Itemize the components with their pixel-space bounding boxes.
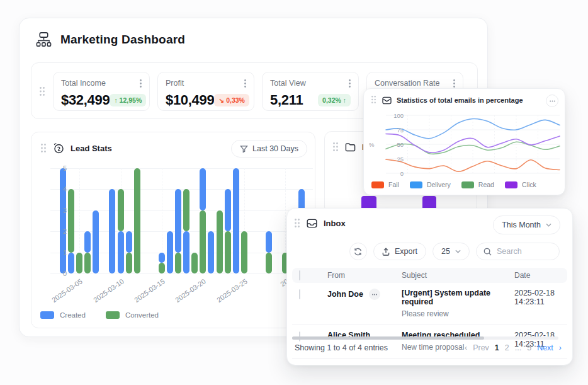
- converted-swatch: [106, 311, 120, 319]
- bar-segment: [134, 168, 140, 273]
- stat-value: $10,499: [166, 92, 214, 108]
- export-button[interactable]: Export: [373, 243, 426, 260]
- inbox-toolbar: Export 25: [349, 243, 560, 260]
- email-stats-panel: Statistics of total emails in percentage…: [363, 88, 565, 195]
- trend-badge: ↑ 12,95%: [110, 94, 146, 106]
- sitemap-icon: [35, 31, 52, 48]
- refresh-button[interactable]: [349, 243, 367, 260]
- horizontal-scrollbar[interactable]: [292, 336, 558, 340]
- lead-stats-chart: [50, 168, 313, 273]
- prev-button[interactable]: Prev: [473, 343, 489, 352]
- stat-title: Profit: [166, 79, 184, 88]
- x-axis-label: 2025-03-25: [208, 277, 248, 309]
- click-swatch: [505, 181, 517, 188]
- page-size-dropdown[interactable]: 25: [433, 243, 470, 260]
- search-input[interactable]: [497, 247, 553, 256]
- fail-swatch: [371, 181, 384, 188]
- bar-segment: [68, 253, 74, 273]
- bar-segment: [175, 253, 181, 273]
- upload-icon: [382, 248, 390, 256]
- bar-segment: [225, 189, 231, 231]
- stat-card-total-income: Total Income $32,499 ↑ 12,95%: [53, 72, 150, 111]
- bar-segment: [241, 231, 247, 273]
- row-menu-icon[interactable]: [369, 289, 380, 300]
- drag-handle-icon[interactable]: [40, 143, 47, 153]
- x-axis-label: 2025-03-15: [126, 277, 166, 309]
- date-filter-button[interactable]: Last 30 Days: [231, 140, 307, 158]
- lead-stats-panel: Lead Stats Last 30 Days 012345 2025-03-0…: [31, 132, 315, 328]
- legend-item-created[interactable]: Created: [40, 311, 86, 319]
- refresh-icon: [354, 248, 362, 256]
- bar-segment: [159, 263, 165, 273]
- kebab-menu-icon[interactable]: [140, 79, 142, 88]
- drag-handle-icon[interactable]: [39, 86, 45, 96]
- page-number-5[interactable]: 5: [527, 343, 531, 352]
- inbox-icon: [307, 219, 317, 228]
- table-row[interactable]: John Doe [Urgent] System update required…: [292, 283, 567, 325]
- sender-name: John Doe: [327, 290, 363, 299]
- bar-segment: [126, 253, 132, 273]
- bar-segment: [84, 231, 91, 252]
- row-checkbox[interactable]: [299, 289, 300, 299]
- email-subject: [Urgent] System update required: [402, 289, 493, 306]
- page-ellipsis: ...: [515, 343, 521, 352]
- legend-item-read[interactable]: Read: [461, 181, 494, 188]
- email-stats-chart: %: [386, 115, 560, 173]
- inbox-panel: Inbox This Month Export: [286, 208, 573, 365]
- trend-badge: ↘ 0,33%: [214, 94, 249, 106]
- table-header-row: From Subject Date: [292, 268, 567, 283]
- search-box[interactable]: [476, 243, 560, 260]
- trend-up-icon: ↑: [114, 96, 117, 104]
- bar-segment: [217, 210, 223, 273]
- next-chevron-icon[interactable]: ›: [559, 343, 562, 352]
- legend-item-converted[interactable]: Converted: [106, 311, 159, 319]
- stat-title: Total Income: [61, 79, 106, 88]
- email-preview: Please review: [402, 309, 493, 318]
- column-header-subject: Subject: [399, 271, 495, 280]
- kebab-menu-icon[interactable]: [349, 79, 351, 88]
- x-axis-label: 2025-03-05: [43, 277, 84, 309]
- ellipsis-icon[interactable]: [546, 95, 558, 107]
- table-row[interactable]: Alice Smith Meeting rescheduled New time…: [292, 325, 567, 359]
- page-number-2[interactable]: 2: [505, 343, 509, 352]
- prev-chevron-icon[interactable]: ‹: [465, 343, 467, 352]
- legend-item-fail[interactable]: Fail: [371, 181, 399, 188]
- bar-segment: [167, 231, 173, 273]
- kebab-menu-icon[interactable]: [453, 79, 455, 88]
- bar-segment: [266, 253, 272, 273]
- page-number-1[interactable]: 1: [495, 343, 499, 352]
- bar-segment: [266, 231, 272, 252]
- email-date: 2025-02-18 14:23:11: [495, 289, 567, 306]
- bar-segment: [175, 189, 181, 252]
- legend-item-click[interactable]: Click: [505, 181, 536, 188]
- scrollbar-thumb[interactable]: [292, 336, 484, 340]
- bar-segment: [76, 253, 82, 273]
- drag-handle-icon[interactable]: [371, 95, 377, 105]
- column-header-date: Date: [495, 271, 567, 280]
- select-all-checkbox[interactable]: [299, 270, 300, 280]
- stat-card-profit: Profit $10,499 ↘ 0,33%: [157, 72, 254, 111]
- bar-segment: [208, 231, 214, 273]
- bar-segment: [60, 168, 66, 273]
- panel-title: Statistics of total emails in percentage: [397, 96, 523, 104]
- bar-segment: [200, 168, 206, 210]
- period-dropdown[interactable]: This Month: [493, 215, 560, 234]
- legend-item-delivery[interactable]: Delivery: [410, 181, 451, 188]
- kebab-menu-icon[interactable]: [244, 79, 246, 88]
- bar-segment: [183, 189, 189, 231]
- next-button[interactable]: Next: [537, 343, 553, 352]
- lead-chart-legend: Created Converted: [40, 311, 159, 319]
- bar-segment: [84, 253, 91, 273]
- leads-icon: [53, 142, 64, 154]
- stat-value: 5,211: [270, 92, 303, 108]
- drag-handle-icon[interactable]: [294, 218, 300, 228]
- filter-icon: [240, 145, 248, 153]
- bar-segment: [191, 253, 198, 273]
- trend-down-icon: ↘: [218, 96, 224, 104]
- bar-segment: [118, 231, 124, 273]
- stat-value: $32,499: [61, 92, 110, 108]
- drag-handle-icon[interactable]: [332, 142, 339, 152]
- x-axis-label: 2025-03-20: [167, 277, 207, 309]
- search-icon: [483, 248, 492, 256]
- email-chart-legend: Fail Delivery Read Click: [371, 181, 536, 188]
